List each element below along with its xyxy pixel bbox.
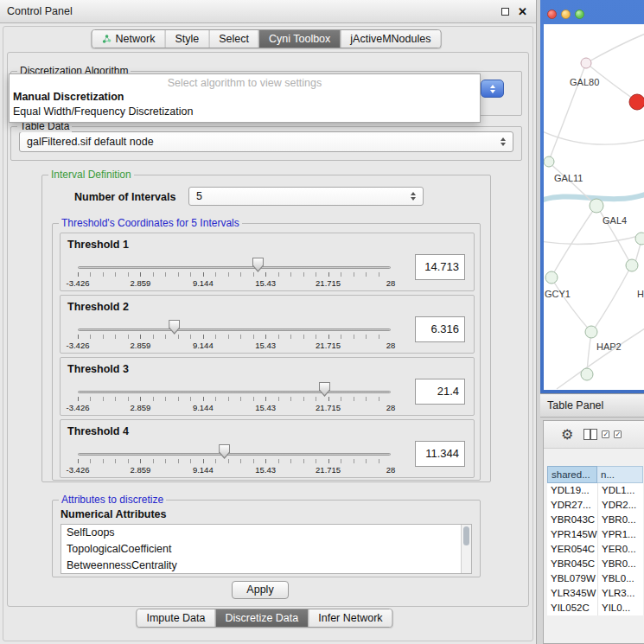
- network-node[interactable]: [626, 259, 638, 271]
- threshold-value-field[interactable]: 21.4: [415, 379, 465, 405]
- network-canvas[interactable]: GAL80GAL11GAL4GCY1HHAP2: [544, 24, 644, 390]
- slider-ticks: [78, 459, 391, 463]
- cell-name[interactable]: YLR3...: [597, 586, 643, 601]
- network-node[interactable]: [545, 271, 558, 284]
- threshold-value-field[interactable]: 11.344: [415, 441, 465, 467]
- table-row[interactable]: YER054CYER0...: [547, 542, 643, 557]
- close-icon[interactable]: ✕: [518, 0, 527, 23]
- network-node[interactable]: [635, 233, 644, 245]
- cell-name[interactable]: YER0...: [597, 542, 643, 557]
- threshold-slider[interactable]: -3.4262.8599.14415.4321.71528: [78, 316, 391, 353]
- tab-label: Cyni Toolbox: [269, 33, 330, 45]
- cell-shared-name[interactable]: YBR045C: [547, 557, 597, 571]
- attribute-list-item[interactable]: BetweennessCentrality: [61, 558, 471, 574]
- cell-name[interactable]: YBR0...: [597, 513, 643, 527]
- threshold-label: Threshold 3: [67, 363, 129, 375]
- threshold-label: Threshold 1: [67, 239, 129, 251]
- column-header-shared-name[interactable]: shared...: [547, 466, 597, 483]
- cell-name[interactable]: YDL1...: [597, 483, 643, 498]
- attribute-list-item[interactable]: TopologicalCoefficient: [61, 541, 471, 558]
- float-window-icon[interactable]: [501, 8, 509, 16]
- tab-cyni-toolbox[interactable]: Cyni Toolbox: [258, 30, 340, 48]
- table-data-combobox[interactable]: galFiltered.sif default node: [19, 131, 513, 152]
- network-node[interactable]: [585, 326, 597, 338]
- node-table: shared... n... YDL19...YDL1...YDR27...YD…: [547, 466, 643, 615]
- cell-shared-name[interactable]: YDL19...: [547, 483, 597, 498]
- table-panel-title: Table Panel: [547, 399, 603, 411]
- tab-select[interactable]: Select: [208, 30, 258, 48]
- cell-shared-name[interactable]: YPR145W: [547, 527, 597, 542]
- slider-track[interactable]: [78, 453, 391, 456]
- threshold-slider[interactable]: -3.4262.8599.14415.4321.71528: [78, 441, 391, 477]
- table-row[interactable]: YDR27...YDR2...: [547, 498, 643, 513]
- slider-thumb[interactable]: [169, 320, 180, 335]
- control-panel: Control Panel ✕ NetworkStyleSelectCyni T…: [0, 0, 537, 644]
- network-node[interactable]: [581, 58, 591, 68]
- select-all-check-icon[interactable]: ✓: [602, 430, 609, 438]
- window-zoom-icon[interactable]: [575, 10, 584, 19]
- slider-thumb[interactable]: [319, 382, 330, 397]
- algorithm-combo-stepper-button[interactable]: [481, 80, 504, 98]
- table-row[interactable]: YDL19...YDL1...: [547, 483, 643, 498]
- tab-infer-network[interactable]: Infer Network: [308, 609, 392, 627]
- apply-button[interactable]: Apply: [232, 581, 289, 599]
- cell-shared-name[interactable]: YLR345W: [547, 586, 597, 601]
- slider-thumb[interactable]: [252, 258, 264, 272]
- table-row[interactable]: YBL079WYBL0...: [547, 571, 643, 586]
- column-header-name[interactable]: n...: [597, 466, 643, 483]
- table-row[interactable]: YBR045CYBR0...: [547, 557, 643, 571]
- thresholds-group: Threshold 1 -3.4262.8599.14415.4321.7152…: [52, 223, 481, 481]
- table-panel-window: ⚙ ✓ ✓ shared... n... YDL19...YDL1...YDR2…: [543, 420, 644, 644]
- algorithm-option[interactable]: Manual Discretization: [10, 90, 480, 105]
- cell-name[interactable]: YBL0...: [597, 571, 643, 586]
- cell-shared-name[interactable]: YBR043C: [547, 513, 597, 527]
- tab-network[interactable]: Network: [92, 30, 165, 48]
- settings-gear-icon[interactable]: ⚙: [561, 428, 573, 442]
- numerical-attributes-list[interactable]: SelfLoopsTopologicalCoefficientBetweenne…: [61, 524, 472, 574]
- scrollbar-thumb[interactable]: [463, 526, 469, 545]
- table-row[interactable]: YIL052CYIL0...: [547, 601, 643, 615]
- slider-track[interactable]: [78, 266, 391, 269]
- table-row[interactable]: YLR345WYLR3...: [547, 586, 643, 601]
- cell-name[interactable]: YDR2...: [597, 498, 643, 513]
- scale-label: 2.859: [131, 403, 151, 412]
- node-label: GAL80: [570, 77, 599, 87]
- cell-name[interactable]: YBR0...: [597, 557, 643, 571]
- network-node[interactable]: [544, 156, 554, 167]
- table-row[interactable]: YBR043CYBR0...: [547, 513, 643, 527]
- cell-shared-name[interactable]: YIL052C: [547, 601, 597, 615]
- slider-track[interactable]: [78, 391, 391, 393]
- slider-ticks: [78, 272, 391, 277]
- slider-thumb[interactable]: [219, 444, 230, 459]
- list-scrollbar[interactable]: [461, 525, 471, 573]
- number-of-intervals-combobox[interactable]: 5: [188, 187, 424, 206]
- threshold-slider[interactable]: -3.4262.8599.14415.4321.71528: [78, 254, 391, 290]
- tab-jactivemnodules[interactable]: jActiveMNodules: [340, 30, 440, 48]
- scale-label: 2.859: [131, 465, 151, 475]
- window-minimize-icon[interactable]: [561, 10, 571, 19]
- window-close-icon[interactable]: [547, 10, 557, 19]
- cell-name[interactable]: YIL0...: [597, 601, 643, 615]
- tab-discretize-data[interactable]: Discretize Data: [215, 609, 309, 627]
- network-node[interactable]: [581, 368, 593, 380]
- attribute-list-item[interactable]: SelfLoops: [61, 525, 471, 541]
- tab-style[interactable]: Style: [164, 30, 208, 48]
- threshold-value-field[interactable]: 14.713: [415, 254, 465, 280]
- cell-shared-name[interactable]: YDR27...: [547, 498, 597, 513]
- cell-name[interactable]: YPR1...: [597, 527, 643, 542]
- thresholds-group-title: Threshold's Coordinates for 5 Intervals: [59, 217, 242, 229]
- tab-impute-data[interactable]: Impute Data: [137, 609, 214, 627]
- scale-label: 15.43: [255, 341, 276, 350]
- cell-shared-name[interactable]: YER054C: [547, 542, 597, 557]
- threshold-value-field[interactable]: 6.316: [415, 316, 465, 342]
- cell-shared-name[interactable]: YBL079W: [547, 571, 597, 586]
- threshold-slider[interactable]: -3.4262.8599.14415.4321.71528: [78, 379, 391, 415]
- select-column-check-icon[interactable]: ✓: [614, 430, 622, 438]
- algorithm-placeholder-option[interactable]: Select algorithm to view settings: [10, 74, 480, 90]
- algorithm-option[interactable]: Equal Width/Frequency Discretization: [10, 105, 480, 119]
- column-selector-icon[interactable]: [583, 429, 597, 440]
- selected-network-node[interactable]: [629, 94, 644, 110]
- table-row[interactable]: YPR145WYPR1...: [547, 527, 643, 542]
- network-node[interactable]: [590, 199, 603, 213]
- slider-track[interactable]: [78, 328, 391, 331]
